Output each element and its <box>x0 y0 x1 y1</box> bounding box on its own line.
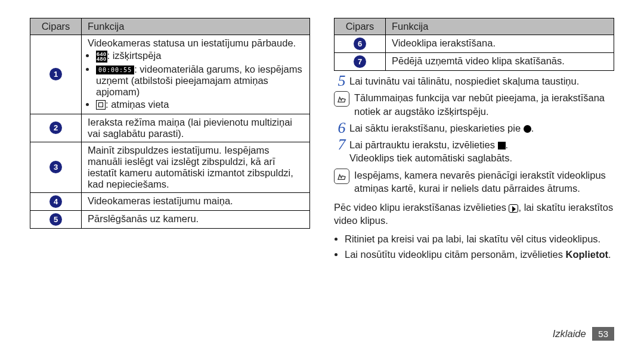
number-badge: 5 <box>49 213 62 226</box>
number-badge: 7 <box>354 55 366 68</box>
page-footer: Izklaide 53 <box>334 322 614 341</box>
th-cipars: Cipars <box>30 18 82 35</box>
table-row: 3 Mainīt zibspuldzes iestatījumu. Iespēj… <box>30 142 310 192</box>
play-icon <box>509 204 518 213</box>
table-row: 1 Videokameras statusa un iestatījumu pā… <box>30 35 310 114</box>
icon-table-right: Cipars Funkcija 6 Videoklipa ierakstīšan… <box>334 18 614 71</box>
post-bullets: Ritiniet pa kreisi vai pa labi, lai skat… <box>345 232 614 264</box>
step-5: 5 Lai tuvinātu vai tālinātu, nospiediet … <box>334 74 614 88</box>
th-funkcija: Funkcija <box>386 18 614 35</box>
table-row: 7 Pēdējā uzņemtā video klipa skatīšanās. <box>335 53 614 71</box>
footer-section: Izklaide <box>553 328 586 339</box>
note-icon <box>334 169 349 184</box>
left-column: Cipars Funkcija 1 Videokameras statusa u… <box>30 18 310 341</box>
step-6: 6 Lai sāktu ierakstīšanu, pieskarieties … <box>334 121 614 135</box>
note-zoom: Tālummaiņas funkcija var nebūt pieejama,… <box>334 91 614 118</box>
table-row: 6 Videoklipa ierakstīšana. <box>335 35 614 53</box>
number-badge: 6 <box>354 38 366 50</box>
number-badge: 1 <box>49 68 62 80</box>
number-badge: 2 <box>49 121 62 134</box>
th-funkcija: Funkcija <box>82 18 310 35</box>
resolution-icon: 640480 <box>96 51 107 63</box>
number-badge: 4 <box>49 195 62 208</box>
after-record-para: Pēc video klipu ierakstīšanas izvēlietie… <box>334 201 614 228</box>
step-number: 7 <box>334 138 349 151</box>
koplietot-label: Koplietot <box>566 249 609 260</box>
table-row: 5 Pārslēgšanās uz kameru. <box>30 210 310 228</box>
icon-table-left: Cipars Funkcija 1 Videokameras statusa u… <box>30 18 310 229</box>
note-icon <box>334 91 349 107</box>
right-column: Cipars Funkcija 6 Videoklipa ierakstīšan… <box>334 18 614 341</box>
stop-icon <box>498 142 506 149</box>
record-icon <box>524 125 531 133</box>
th-cipars: Cipars <box>335 18 386 35</box>
row1-bullets: 640480: izšķirtspēja 00:00:55: videomate… <box>96 50 304 110</box>
table-row: 2 Ieraksta režīma maiņa (lai pievienotu … <box>30 114 310 142</box>
duration-icon: 00:00:55 <box>96 66 134 74</box>
note-sdcard: Iespējams, kamera nevarēs pienācīgi iera… <box>334 169 614 195</box>
step-number: 6 <box>334 121 349 135</box>
number-badge: 3 <box>49 161 62 173</box>
table-row: 4 Videokameras iestatījumu maiņa. <box>30 192 310 210</box>
footer-page-number: 53 <box>592 327 614 341</box>
step-7: 7 Lai pārtrauktu ierakstu, izvēlieties .… <box>334 138 614 165</box>
step-number: 5 <box>334 74 349 88</box>
row1-intro: Videokameras statusa un iestatījumu pārb… <box>88 38 304 49</box>
memory-icon <box>96 100 106 110</box>
